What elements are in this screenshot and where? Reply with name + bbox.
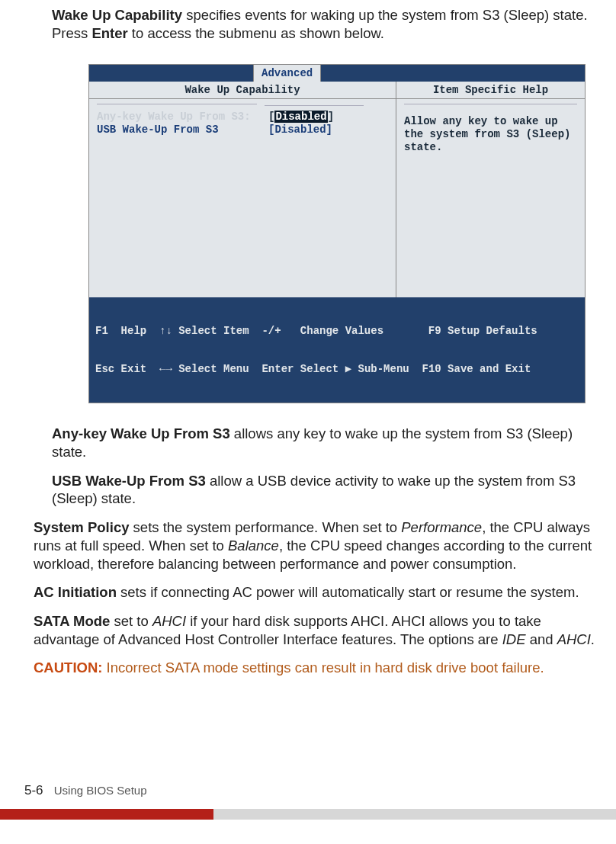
para-bold: AC Initiation xyxy=(34,584,117,600)
paragraph-sata-mode: SATA Mode set to AHCI if your hard disk … xyxy=(34,612,598,648)
bios-options-panel: Any-key Wake Up From S3: [Disabled] USB … xyxy=(89,99,396,297)
bios-option-label: Any-key Wake Up From S3: xyxy=(97,111,268,124)
bios-tab-advanced[interactable]: Advanced xyxy=(253,65,321,82)
para-italic: AHCI xyxy=(152,613,186,629)
footer-bar-red xyxy=(0,809,213,820)
para-text: sets if connecting AC power will automat… xyxy=(117,584,579,600)
bios-screenshot: Advanced Wake Up Capability Item Specifi… xyxy=(88,64,586,403)
paragraph-caution: CAUTION: Incorrect SATA mode settings ca… xyxy=(34,659,598,677)
bios-footer-line-1: F1 Help ↑↓ Select Item -/+ Change Values… xyxy=(95,325,579,338)
para-text: set to xyxy=(110,613,152,629)
bios-header-title: Wake Up Capability xyxy=(89,82,396,98)
page-number: 5-6 xyxy=(24,783,43,797)
para-text: . xyxy=(591,631,595,647)
para-italic: AHCI xyxy=(557,631,591,647)
bios-header-help-title: Item Specific Help xyxy=(396,82,585,98)
para-bold: SATA Mode xyxy=(34,613,110,629)
intro-bold-1: Wake Up Capability xyxy=(52,7,182,23)
bios-body: Any-key Wake Up From S3: [Disabled] USB … xyxy=(89,99,585,297)
para-italic: Performance xyxy=(401,519,482,535)
para-bold: Any-key Wake Up From S3 xyxy=(52,425,230,441)
bios-option-usb[interactable]: USB Wake-Up From S3 [Disabled] xyxy=(97,124,388,136)
page-footer: 5-6 Using BIOS Setup xyxy=(0,783,616,820)
bios-divider xyxy=(404,104,577,104)
paragraph-usb: USB Wake-Up From S3 allow a USB device a… xyxy=(34,472,598,508)
bios-divider-mid xyxy=(265,105,364,106)
footer-bar-grey xyxy=(213,809,616,820)
paragraph-system-policy: System Policy sets the system performanc… xyxy=(34,518,598,573)
para-text: sets the system performance. When set to xyxy=(129,519,401,535)
caution-text: Incorrect SATA mode settings can result … xyxy=(102,659,544,676)
bios-option-value: [Disabled] xyxy=(268,124,332,136)
bios-header-row: Wake Up Capability Item Specific Help xyxy=(89,82,585,99)
bios-footer-bar: F1 Help ↑↓ Select Item -/+ Change Values… xyxy=(89,297,585,403)
bios-tab-spacer xyxy=(89,65,253,82)
caution-label: CAUTION: xyxy=(34,659,102,676)
intro-text-2: to access the submenu as shown below. xyxy=(128,25,384,41)
para-italic: Balance xyxy=(228,538,279,554)
bios-divider xyxy=(97,104,257,104)
para-italic: IDE xyxy=(502,631,526,647)
bios-option-label: USB Wake-Up From S3 xyxy=(97,124,268,136)
bios-option-anykey[interactable]: Any-key Wake Up From S3: [Disabled] xyxy=(97,111,388,124)
bios-tab-bar: Advanced xyxy=(89,65,585,82)
intro-bold-2: Enter xyxy=(91,25,127,41)
para-bold: USB Wake-Up From S3 xyxy=(52,473,206,489)
page-section-title: Using BIOS Setup xyxy=(54,784,147,797)
page-footer-text: 5-6 Using BIOS Setup xyxy=(0,783,616,798)
para-bold: System Policy xyxy=(34,519,129,535)
paragraph-anykey: Any-key Wake Up From S3 allows any key t… xyxy=(34,425,598,461)
bios-help-panel: Allow any key to wake up the system from… xyxy=(396,99,585,297)
bios-option-value: [Disabled] xyxy=(268,111,334,124)
intro-paragraph: Wake Up Capability specifies events for … xyxy=(34,0,598,43)
para-text: and xyxy=(526,631,557,647)
bios-help-text: Allow any key to wake up the system from… xyxy=(404,115,577,153)
paragraph-ac-initiation: AC Initiation sets if connecting AC powe… xyxy=(34,583,598,602)
bios-footer-line-2: Esc Exit ←→ Select Menu Enter Select ▶ S… xyxy=(95,363,579,376)
footer-color-bars xyxy=(0,809,616,820)
